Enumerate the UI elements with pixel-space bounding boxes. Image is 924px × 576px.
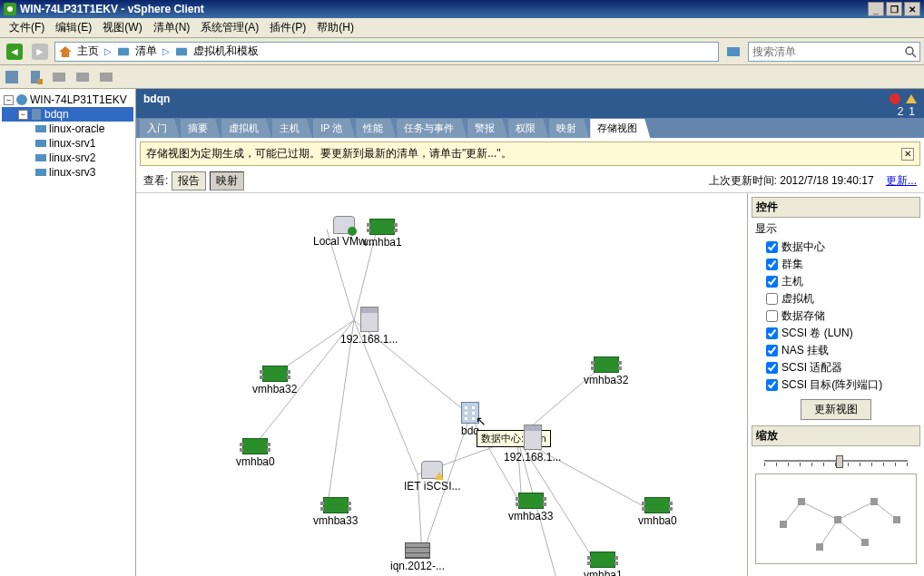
inventory-icon	[117, 46, 130, 57]
node-vmhba0-b[interactable]: vmhba0	[638, 497, 677, 527]
alert-error-count: 2	[898, 105, 904, 118]
show-check-row[interactable]: SCSI 目标(阵列端口)	[752, 376, 920, 394]
show-check-row[interactable]: SCSI 卷 (LUN)	[752, 325, 920, 342]
menu-view[interactable]: 视图(W)	[97, 18, 147, 37]
tree-vm[interactable]: linux-srv1	[2, 136, 133, 151]
hba-icon	[644, 497, 670, 513]
show-checkbox[interactable]	[766, 259, 778, 270]
search-input[interactable]	[749, 45, 901, 58]
alert-warning-indicator[interactable]	[906, 94, 917, 103]
node-vmhba1-b[interactable]: vmhba1	[584, 552, 623, 576]
tab-performance[interactable]: 性能	[356, 119, 396, 138]
hba-icon	[590, 552, 615, 568]
new-dc-icon[interactable]	[4, 69, 20, 85]
tab-getting-started[interactable]: 入门	[140, 119, 180, 138]
show-check-row[interactable]: 数据中心	[752, 239, 920, 256]
search-button[interactable]	[901, 43, 919, 61]
show-checkbox[interactable]	[766, 241, 778, 253]
tree-datacenter[interactable]: − bdqn	[2, 107, 133, 122]
tree-vm[interactable]: linux-oracle	[2, 122, 133, 136]
view-map-button[interactable]: 映射	[210, 171, 244, 190]
menu-plugins[interactable]: 插件(P)	[264, 18, 311, 37]
breadcrumb-home[interactable]: 主页	[77, 44, 99, 59]
node-host1[interactable]: 192.168.1...	[340, 307, 398, 346]
zoom-slider[interactable]	[755, 452, 917, 470]
alert-error-indicator[interactable]	[890, 93, 900, 104]
menu-help[interactable]: 帮助(H)	[311, 18, 359, 37]
tree-vm[interactable]: linux-srv3	[2, 165, 133, 180]
new-folder-icon[interactable]	[74, 69, 91, 85]
tree-dc-label: bdqn	[44, 108, 69, 121]
tree-root[interactable]: − WIN-74LP31T1EKV	[2, 93, 133, 107]
tab-permissions[interactable]: 权限	[508, 119, 548, 138]
search-options-button[interactable]	[722, 41, 744, 63]
context-toolbar	[0, 65, 924, 89]
show-check-row[interactable]: 主机	[752, 273, 920, 290]
node-vmhba32-a[interactable]: vmhba32	[252, 366, 297, 395]
update-view-button[interactable]: 更新视图	[801, 399, 871, 420]
node-vmhba0-a[interactable]: vmhba0	[236, 438, 275, 468]
menu-edit[interactable]: 编辑(E)	[50, 18, 97, 37]
node-host2[interactable]: 192.168.1...	[504, 425, 561, 464]
updated-label: 上次更新时间:	[709, 174, 777, 187]
new-template-icon[interactable]	[98, 69, 114, 85]
show-checkbox[interactable]	[766, 379, 778, 391]
show-checkbox[interactable]	[766, 310, 778, 322]
show-checkbox[interactable]	[766, 327, 778, 339]
menu-file[interactable]: 文件(F)	[4, 18, 50, 37]
main-area: − WIN-74LP31T1EKV − bdqn linux-oracle li…	[0, 89, 924, 576]
breadcrumb-inventory[interactable]: 清单	[135, 44, 157, 59]
address-bar[interactable]: 主页 ▷ 清单 ▷ 虚拟机和模板	[54, 42, 719, 62]
restore-button[interactable]: ❐	[886, 2, 902, 16]
breadcrumb-vms[interactable]: 虚拟机和模板	[193, 44, 259, 59]
datacenter-icon	[461, 402, 479, 424]
tab-tasks-events[interactable]: 任务与事件	[397, 119, 467, 138]
tab-maps[interactable]: 映射	[549, 119, 589, 138]
show-checkbox[interactable]	[766, 293, 778, 305]
hba-icon	[369, 219, 395, 235]
menu-inventory[interactable]: 清单(N)	[148, 18, 196, 37]
tab-ip-pools[interactable]: IP 池	[313, 119, 355, 138]
new-vm-icon[interactable]	[51, 69, 67, 85]
storage-map-canvas[interactable]: Local VMw... vmhba1 vmhba32 192.168.1...…	[136, 193, 747, 576]
show-check-row[interactable]: 虚拟机	[752, 290, 920, 308]
show-check-row[interactable]: SCSI 适配器	[752, 359, 920, 376]
node-iet-iscsi[interactable]: IET iSCSI...	[404, 461, 460, 493]
tab-hosts[interactable]: 主机	[272, 119, 312, 138]
inventory-tree[interactable]: − WIN-74LP31T1EKV − bdqn linux-oracle li…	[0, 89, 136, 576]
minimap[interactable]	[755, 473, 917, 564]
node-vmhba33-a[interactable]: vmhba33	[313, 497, 358, 527]
minimize-button[interactable]: _	[868, 2, 884, 16]
close-button[interactable]: ✕	[904, 2, 920, 16]
show-checkbox[interactable]	[766, 362, 778, 374]
canvas-area: Local VMw... vmhba1 vmhba32 192.168.1...…	[136, 193, 924, 576]
search-box[interactable]	[748, 42, 920, 62]
view-report-button[interactable]: 报告	[172, 171, 206, 190]
show-check-row[interactable]: 群集	[752, 256, 920, 273]
tree-toggle[interactable]: −	[4, 95, 14, 105]
node-iqn[interactable]: iqn.2012-...	[390, 542, 445, 572]
menu-admin[interactable]: 系统管理(A)	[195, 18, 264, 37]
show-check-row[interactable]: NAS 挂载	[752, 342, 920, 359]
nav-back-button[interactable]: ◄	[4, 41, 25, 63]
show-checkbox[interactable]	[766, 345, 778, 356]
node-vmhba32-b[interactable]: vmhba32	[584, 356, 628, 386]
tab-summary[interactable]: 摘要	[181, 119, 221, 138]
view-bar: 查看: 报告 映射 上次更新时间: 2012/7/18 19:40:17 更新.…	[136, 170, 924, 193]
svg-rect-41	[834, 516, 841, 523]
tab-alarms[interactable]: 警报	[467, 119, 507, 138]
tree-toggle[interactable]: −	[18, 110, 28, 120]
show-check-row[interactable]: 数据存储	[752, 308, 920, 325]
new-host-icon[interactable]	[27, 69, 44, 85]
show-checkbox[interactable]	[766, 276, 778, 288]
node-vmhba33-b[interactable]: vmhba33	[508, 493, 553, 522]
tree-vm[interactable]: linux-srv2	[2, 151, 133, 165]
nav-forward-button[interactable]: ►	[29, 41, 51, 63]
node-vmhba1-a[interactable]: vmhba1	[363, 219, 402, 249]
update-link[interactable]: 更新...	[886, 174, 917, 187]
zoom-thumb[interactable]	[836, 455, 843, 468]
tab-storage-views[interactable]: 存储视图	[590, 119, 650, 138]
tab-vms[interactable]: 虚拟机	[221, 119, 271, 138]
info-banner-close[interactable]: ✕	[901, 148, 914, 161]
svg-rect-10	[76, 73, 89, 82]
